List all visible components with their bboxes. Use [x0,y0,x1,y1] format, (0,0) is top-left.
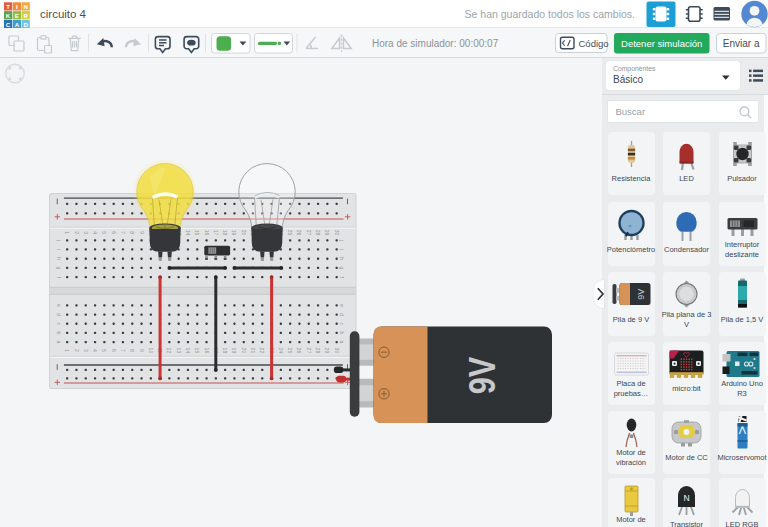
svg-text:Enviar a: Enviar a [723,38,760,49]
svg-text:16: 16 [204,230,210,236]
svg-text:25: 25 [287,348,293,354]
svg-text:9: 9 [139,349,145,352]
svg-text:20: 20 [241,348,247,354]
svg-text:2: 2 [74,349,80,352]
svg-text:C: C [6,21,11,28]
svg-text:27: 27 [306,230,312,236]
svg-text:h: h [339,257,345,260]
svg-text:5: 5 [101,231,107,234]
svg-text:A: A [15,21,20,28]
svg-text:e: e [339,304,345,307]
svg-text:10: 10 [148,348,154,354]
svg-text:29: 29 [324,348,330,354]
svg-text:Se han guardado todos los camb: Se han guardado todos los cambios. [465,8,635,20]
svg-text:19: 19 [231,348,237,354]
svg-text:5: 5 [101,349,107,352]
svg-text:15: 15 [194,348,200,354]
svg-text:3: 3 [83,349,89,352]
svg-text:h: h [56,257,62,260]
svg-text:24: 24 [278,348,284,354]
svg-text:16: 16 [204,348,210,354]
svg-text:18: 18 [222,230,228,236]
svg-text:N: N [23,3,28,10]
svg-text:8: 8 [129,231,135,234]
svg-text:9V: 9V [462,357,503,395]
svg-text:6: 6 [111,349,117,352]
svg-text:27: 27 [306,348,312,354]
svg-text:4: 4 [92,231,98,234]
svg-text:Hora de simulador: 00:00:07: Hora de simulador: 00:00:07 [372,38,499,49]
svg-text:14: 14 [185,230,191,236]
svg-text:Detener simulación: Detener simulación [621,38,702,49]
svg-text:R: R [23,12,28,19]
svg-text:i: i [56,249,62,250]
svg-text:9: 9 [139,231,145,234]
svg-text:26: 26 [296,348,302,354]
svg-text:25: 25 [287,230,293,236]
svg-text:7: 7 [120,349,126,352]
svg-text:4: 4 [92,349,98,352]
svg-text:22: 22 [259,348,265,354]
svg-text:30: 30 [334,348,340,354]
svg-text:e: e [56,304,62,307]
svg-text:30: 30 [334,230,340,236]
svg-text:circuito 4: circuito 4 [40,8,87,20]
svg-text:8: 8 [129,349,135,352]
svg-text:14: 14 [185,348,191,354]
svg-text:18: 18 [222,348,228,354]
svg-text:7: 7 [120,231,126,234]
svg-text:E: E [15,12,19,19]
svg-text:a: a [339,341,345,344]
svg-text:b: b [56,332,62,335]
svg-text:I: I [16,3,18,10]
svg-text:28: 28 [315,348,321,354]
svg-text:d: d [56,313,62,316]
svg-text:i: i [339,249,345,250]
svg-text:1: 1 [64,349,70,352]
svg-text:b: b [339,332,345,335]
svg-text:T: T [6,3,10,10]
svg-text:d: d [339,313,345,316]
svg-text:1: 1 [64,231,70,234]
svg-text:26: 26 [296,230,302,236]
svg-text:28: 28 [315,230,321,236]
svg-text:19: 19 [231,230,237,236]
svg-text:D: D [23,21,28,28]
svg-text:j: j [56,239,62,241]
svg-text:12: 12 [166,348,172,354]
svg-text:Código: Código [579,38,609,49]
svg-text:15: 15 [194,230,200,236]
svg-text:g: g [56,267,62,270]
svg-text:13: 13 [176,348,182,354]
svg-text:17: 17 [213,230,219,236]
svg-text:2: 2 [74,231,80,234]
svg-text:N: N [683,492,689,502]
svg-text:g: g [339,267,345,270]
svg-text:j: j [339,239,345,241]
svg-text:a: a [56,341,62,344]
svg-text:9V: 9V [636,289,646,300]
svg-text:K: K [6,12,11,19]
svg-text:21: 21 [250,348,256,354]
svg-text:20: 20 [241,230,247,236]
svg-text:29: 29 [324,230,330,236]
svg-text:6: 6 [111,231,117,234]
svg-text:3: 3 [83,231,89,234]
